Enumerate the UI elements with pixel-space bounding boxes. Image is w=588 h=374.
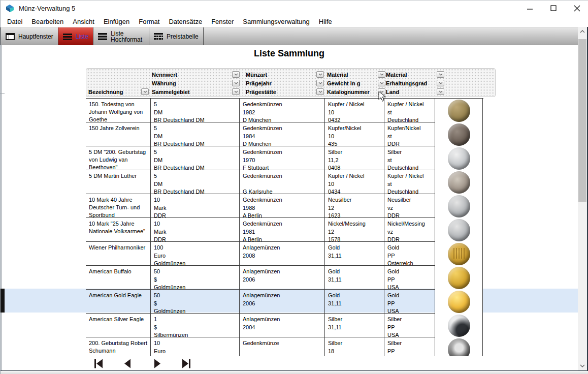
cell-material-erhaltung: Kupfer / NickelstDeutschland xyxy=(384,170,435,194)
scroll-up-icon[interactable] xyxy=(578,27,587,36)
filter-dropdown-sammelgebiet[interactable] xyxy=(232,88,240,95)
filter-dropdown-material[interactable] xyxy=(378,71,385,78)
cell-material-erhaltung: SilberstDeutschland xyxy=(384,146,435,170)
toolbar-button-hauptfenster[interactable]: Hauptfenster xyxy=(1,27,58,46)
left-panel-strip xyxy=(1,45,2,370)
list-portrait-icon xyxy=(98,33,107,41)
cell-nennwert: 10MarkDDR xyxy=(150,194,239,218)
coin-photo xyxy=(448,195,470,217)
toolbar-button-label: Hauptfenster xyxy=(18,33,53,40)
table-row-selected[interactable]: American Gold Eagle50$GoldmünzenAnlagemü… xyxy=(86,290,483,314)
cell-bezeichnung: 5 DM Martin Luther xyxy=(86,170,150,194)
filter-label-währung: Währung xyxy=(152,80,176,86)
nav-previous-button[interactable] xyxy=(121,357,135,370)
table-row[interactable]: 200. Geburtstag Robert Schumann10EuroGed… xyxy=(86,337,483,356)
nav-first-button[interactable] xyxy=(92,357,105,370)
toolbar-button-liste-hochformat[interactable]: Liste Hochformat xyxy=(93,27,149,46)
cell-bezeichnung: 10 Mark "25 Jahre Nationale Volksarmee" xyxy=(86,218,150,242)
table-row[interactable]: American Silver Eagle1$SilbermünzenAnlag… xyxy=(86,314,483,337)
cell-coin-image xyxy=(435,99,483,122)
page-title: Liste Sammlung xyxy=(1,48,578,59)
minimize-button[interactable] xyxy=(518,1,542,16)
window-title: Münz-Verwaltung 5 xyxy=(19,5,75,12)
toolbar-button-liste[interactable]: Liste xyxy=(58,27,93,46)
cell-nennwert: 5DMBR Deutschland DM xyxy=(150,170,239,194)
cell-coin-image xyxy=(435,290,483,314)
table-row[interactable]: 10 Mark 40 Jahre Deutscher Turn- und Spo… xyxy=(86,194,483,218)
filter-dropdown-münzart[interactable] xyxy=(316,71,324,78)
coin-photo xyxy=(448,315,470,337)
filter-label-prägejahr: Prägejahr xyxy=(246,80,272,86)
cell-muenzart: Gedenkmünzen1970F Stuttgart xyxy=(239,146,324,170)
vertical-scrollbar[interactable] xyxy=(578,27,587,370)
menu-item-fenster[interactable]: Fenster xyxy=(207,17,238,26)
cell-bezeichnung: 5 DM "200. Geburtstag von Ludwig van Bee… xyxy=(86,146,150,170)
cell-material-erhaltung: GoldPPUSA xyxy=(384,290,435,314)
cell-bezeichnung: Wiener Philharmoniker xyxy=(86,242,150,266)
mouse-cursor xyxy=(378,91,386,104)
table-row[interactable]: 5 DM Martin Luther5DMBR Deutschland DMGe… xyxy=(86,170,483,194)
cell-nennwert: 5DMBR Deutschland DM xyxy=(150,146,239,170)
table-row[interactable]: 150. Todestag von Johann Wolfgang von Go… xyxy=(86,99,483,122)
menu-item-ansicht[interactable]: Ansicht xyxy=(68,17,99,26)
filter-label-nennwert: Nennwert xyxy=(152,72,177,78)
menu-item-format[interactable]: Format xyxy=(134,17,164,26)
menu-item-bearbeiten[interactable]: Bearbeiten xyxy=(27,17,68,26)
menu-item-hilfe[interactable]: Hilfe xyxy=(314,17,337,26)
cell-material-gewicht: Gold31,11 xyxy=(324,242,384,266)
title-bar: Münz-Verwaltung 5 xyxy=(1,1,588,16)
cell-coin-image xyxy=(435,194,483,218)
coin-photo xyxy=(448,171,470,194)
cell-nennwert: 1$Silbermünzen xyxy=(150,314,239,337)
filter-dropdown-bezeichnung[interactable] xyxy=(141,88,149,95)
filter-dropdown-prägejahr[interactable] xyxy=(316,80,324,86)
toolbar-button-label: Preistabelle xyxy=(167,33,199,40)
collection-table: 150. Todestag von Johann Wolfgang von Go… xyxy=(86,98,483,356)
cell-nennwert: 50$Goldmünzen xyxy=(150,290,239,314)
cell-coin-image xyxy=(435,242,483,266)
menu-item-datei[interactable]: Datei xyxy=(3,17,27,26)
menu-item-einfügen[interactable]: Einfügen xyxy=(99,17,134,26)
cell-muenzart: Gedenkmünzen1984D München xyxy=(239,122,324,146)
coin-photo xyxy=(448,243,470,265)
coin-photo xyxy=(448,291,470,313)
table-row[interactable]: 5 DM "200. Geburtstag von Ludwig van Bee… xyxy=(86,146,483,170)
cell-material-erhaltung: Nickel/MessingvzDDR xyxy=(384,218,435,242)
table-row[interactable]: Wiener Philharmoniker100EuroGoldmünzenAn… xyxy=(86,242,483,266)
coin-photo xyxy=(448,267,470,289)
price-table-icon xyxy=(154,33,163,40)
scroll-down-icon[interactable] xyxy=(578,361,587,370)
cell-coin-image xyxy=(435,337,483,356)
filter-dropdown-gewicht-in-g[interactable] xyxy=(378,80,385,86)
menu-item-datensätze[interactable]: Datensätze xyxy=(164,17,207,26)
table-row[interactable]: American Buffalo50$GoldmünzenAnlagemünze… xyxy=(86,266,483,290)
cell-coin-image xyxy=(435,218,483,242)
table-row[interactable]: 150 Jahre Zollverein5DMBR Deutschland DM… xyxy=(86,122,483,146)
cell-coin-image xyxy=(435,122,483,146)
cell-nennwert: 5DMBR Deutschland DM xyxy=(150,122,239,146)
filter-dropdown-prägestätte[interactable] xyxy=(316,88,324,95)
cell-nennwert: 10Euro xyxy=(150,337,239,356)
nav-last-button[interactable] xyxy=(180,357,193,370)
nav-next-button[interactable] xyxy=(151,357,164,370)
filter-dropdown-währung[interactable] xyxy=(232,80,240,86)
filter-dropdown-material[interactable] xyxy=(437,71,444,78)
toolbar-button-preistabelle[interactable]: Preistabelle xyxy=(149,27,204,46)
filter-label-münzart: Münzart xyxy=(246,72,267,78)
filter-label-erhaltungsgrad: Erhaltungsgrad xyxy=(386,80,427,86)
app-window: Münz-Verwaltung 5 DateiBearbeitenAnsicht… xyxy=(0,0,588,374)
filter-dropdown-erhaltungsgrad[interactable] xyxy=(437,80,444,86)
cell-bezeichnung: 10 Mark 40 Jahre Deutscher Turn- und Spo… xyxy=(86,194,150,218)
filter-dropdown-land[interactable] xyxy=(437,88,444,95)
cell-bezeichnung: American Buffalo xyxy=(86,266,150,290)
table-row[interactable]: 10 Mark "25 Jahre Nationale Volksarmee"1… xyxy=(86,218,483,242)
cell-material-gewicht: Gold31,11 xyxy=(324,266,384,290)
filter-label-katalognummer: Katalognummer xyxy=(327,89,370,95)
maximize-button[interactable] xyxy=(542,1,565,16)
cell-muenzart: Gedenkmünzen1982D München xyxy=(239,99,324,122)
scrollbar-thumb[interactable] xyxy=(578,39,586,202)
filter-label-sammelgebiet: Sammelgebiet xyxy=(152,89,190,95)
filter-dropdown-nennwert[interactable] xyxy=(232,71,240,78)
menu-item-sammlungsverwaltung[interactable]: Sammlungsverwaltung xyxy=(238,17,314,26)
close-button[interactable] xyxy=(565,1,588,16)
